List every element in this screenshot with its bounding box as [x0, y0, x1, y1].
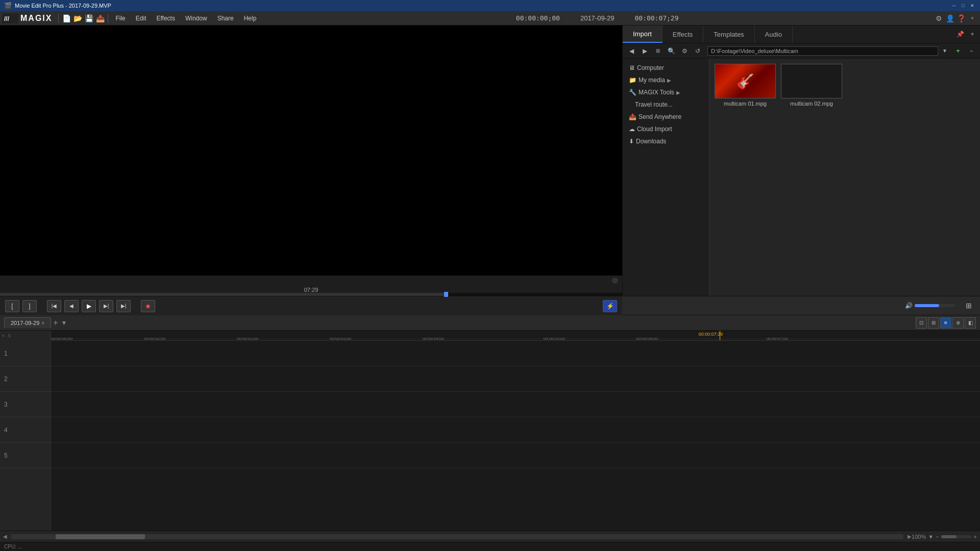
- timeline-ruler-row: ⌖ S 00:00:07:29 00:00:00;00 00:00:01;00 …: [0, 331, 980, 341]
- timeline-scrollbar[interactable]: [11, 534, 903, 539]
- timecode-left: 00:00:00;00: [516, 14, 560, 22]
- nav-back-button[interactable]: ◀: [626, 45, 637, 57]
- out-point-button[interactable]: ]: [22, 300, 37, 312]
- timeline-tab-label: 2017-09-29: [11, 320, 39, 326]
- settings-panel-button[interactable]: ⚙: [679, 45, 690, 57]
- track-row-3: [51, 392, 980, 417]
- expand-button[interactable]: +: [967, 13, 978, 24]
- timeline-tab-close[interactable]: ×: [41, 320, 44, 326]
- track-row-5: [51, 443, 980, 468]
- zoom-dropdown-button[interactable]: ▼: [928, 534, 934, 540]
- timeline-view-1[interactable]: ⊡: [916, 317, 927, 329]
- tree-item-send-anywhere[interactable]: 📤 Send Anywhere: [623, 111, 709, 123]
- project-date: 2017-09-29: [580, 14, 615, 22]
- export-button[interactable]: 📤: [94, 13, 106, 24]
- timeline-tab[interactable]: 2017-09-29 ×: [4, 317, 51, 328]
- open-file-button[interactable]: 📂: [72, 13, 83, 24]
- go-to-start-button[interactable]: |◀: [47, 300, 61, 312]
- timeline-body: 1 2 3 4 5: [0, 341, 980, 531]
- menu-edit[interactable]: Edit: [131, 13, 152, 24]
- media-thumb-1[interactable]: [715, 64, 776, 98]
- account-button[interactable]: 👤: [944, 13, 955, 24]
- timeline-ruler[interactable]: 00:00:07:29 00:00:00;00 00:00:01;00 00:0…: [51, 331, 980, 341]
- preview-timecode: 07:29: [304, 287, 318, 293]
- zoom-slider[interactable]: [941, 535, 972, 538]
- volume-icon: 🔊: [905, 302, 913, 309]
- timeline-scroll-thumb: [56, 534, 145, 539]
- tab-import[interactable]: Import: [623, 26, 663, 43]
- panel-expand-button[interactable]: +: [967, 29, 978, 40]
- media-thumb-2[interactable]: [781, 64, 842, 98]
- preview-content: [0, 26, 622, 276]
- tree-item-travel-route[interactable]: Travel route...: [623, 98, 709, 111]
- menu-bar: /// MAGIX 📄 📂 💾 📤 File Edit Effects Wind…: [0, 11, 980, 26]
- path-bar[interactable]: D:\Footage\Video_deluxe\Multicam: [707, 46, 938, 56]
- new-file-button[interactable]: 📄: [61, 13, 72, 24]
- tree-item-computer[interactable]: 🖥 Computer: [623, 62, 709, 74]
- prev-frame-button[interactable]: ◀: [64, 300, 79, 312]
- save-button[interactable]: 💾: [83, 13, 94, 24]
- settings-button[interactable]: ⚙: [933, 13, 944, 24]
- add-media-button[interactable]: +: [952, 45, 964, 57]
- transport-bar: [ ] |◀ ◀ ▶ ▶| ▶| ● ⚡: [0, 296, 622, 315]
- track-labels: 1 2 3 4 5: [0, 341, 51, 531]
- timecode-right: 00:00:07;29: [634, 14, 678, 22]
- scroll-left-button[interactable]: ◀: [3, 534, 7, 539]
- timeline-section: 2017-09-29 × + ▼ ⊡ ⊞ ≡ ⊕ ◧ ⌖ S: [0, 315, 980, 542]
- tab-audio[interactable]: Audio: [755, 26, 793, 43]
- top-section: 07:29 [ ] |◀ ◀ ▶ ▶| ▶| ●: [0, 26, 980, 296]
- remove-media-button[interactable]: −: [966, 45, 977, 57]
- add-dropdown-button[interactable]: ▼: [61, 319, 67, 327]
- view-grid-button[interactable]: ⊞: [652, 45, 664, 57]
- timeline-view-buttons: ⊡ ⊞ ≡ ⊕ ◧: [916, 317, 976, 329]
- in-point-button[interactable]: [: [5, 300, 19, 312]
- record-button[interactable]: ●: [141, 300, 155, 312]
- tracks-area[interactable]: [51, 341, 980, 531]
- scroll-right-button[interactable]: ▶: [908, 534, 912, 539]
- lightning-button[interactable]: ⚡: [603, 300, 617, 312]
- add-timeline-button[interactable]: +: [53, 318, 58, 328]
- magix-logo-icon: ///: [2, 13, 18, 23]
- toolbar-separator-2: [108, 14, 108, 23]
- media-item-2[interactable]: multicam 02.mpg: [781, 64, 842, 107]
- title-bar: 🎬 Movie Edit Pro Plus - 2017-09-29.MVP ─…: [0, 0, 980, 11]
- refresh-button[interactable]: ↺: [692, 45, 703, 57]
- tree-item-cloud-import[interactable]: ☁ Cloud Import: [623, 123, 709, 135]
- tree-item-magix-tools[interactable]: 🔧 MAGIX Tools ▶: [623, 86, 709, 98]
- search-button[interactable]: 🔍: [666, 45, 677, 57]
- zoom-out-button[interactable]: −: [936, 534, 939, 540]
- timeline-view-5[interactable]: ◧: [965, 317, 976, 329]
- timeline-footer: ◀ ▶ 100% ▼ − +: [0, 531, 980, 542]
- panel-pin-button[interactable]: 📌: [954, 29, 966, 40]
- expand-preview-button[interactable]: [612, 278, 618, 284]
- magix-logo: /// MAGIX: [2, 13, 52, 23]
- menu-file[interactable]: File: [110, 13, 130, 24]
- close-button[interactable]: ✕: [969, 2, 976, 9]
- nav-forward-button[interactable]: ▶: [639, 45, 650, 57]
- tree-item-downloads[interactable]: ⬇ Downloads: [623, 135, 709, 147]
- path-dropdown-button[interactable]: ▼: [942, 48, 950, 54]
- toolbar-separator: [58, 14, 59, 23]
- timeline-view-2[interactable]: ⊞: [928, 317, 939, 329]
- tree-item-my-media[interactable]: 📁 My media ▶: [623, 74, 709, 86]
- help-icon-button[interactable]: ❓: [955, 13, 967, 24]
- timeline-view-3[interactable]: ≡: [940, 317, 951, 329]
- volume-slider[interactable]: [915, 304, 955, 307]
- timeline-view-4[interactable]: ⊕: [952, 317, 964, 329]
- zoom-in-button[interactable]: +: [974, 534, 977, 540]
- menu-window[interactable]: Window: [180, 13, 212, 24]
- minimize-button[interactable]: ─: [950, 2, 958, 9]
- tab-templates[interactable]: Templates: [703, 26, 754, 43]
- menu-help[interactable]: Help: [239, 13, 262, 24]
- go-to-end-button[interactable]: ▶|: [116, 300, 131, 312]
- grid-view-button[interactable]: ⊞: [962, 299, 976, 312]
- menu-effects[interactable]: Effects: [151, 13, 180, 24]
- menu-share[interactable]: Share: [212, 13, 239, 24]
- magix-logo-text: MAGIX: [20, 14, 52, 23]
- play-button[interactable]: ▶: [82, 300, 96, 312]
- zoom-label: 100%: [912, 534, 926, 540]
- tab-effects[interactable]: Effects: [663, 26, 704, 43]
- media-item-1[interactable]: multicam 01.mpg: [715, 64, 776, 107]
- maximize-button[interactable]: □: [960, 2, 967, 9]
- next-frame-button[interactable]: ▶|: [99, 300, 113, 312]
